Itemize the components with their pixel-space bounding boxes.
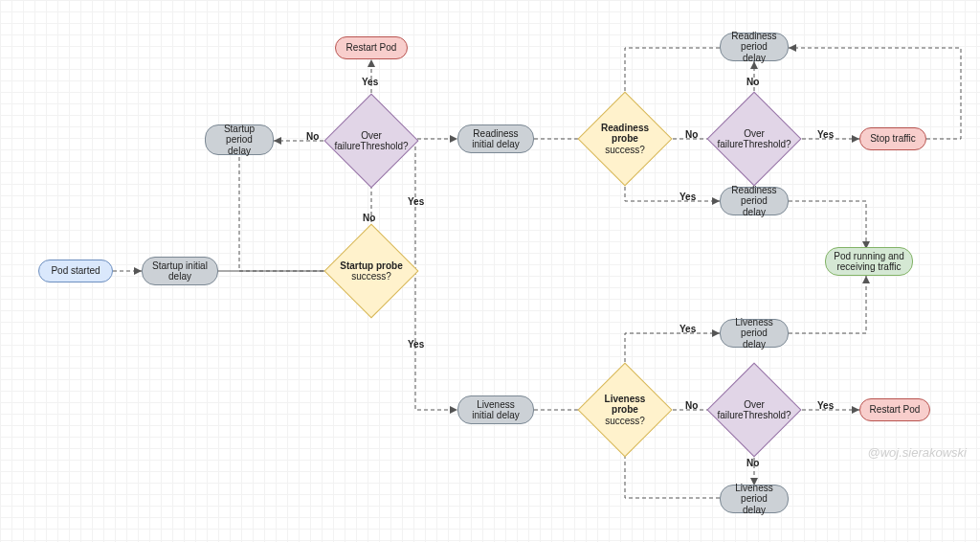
line2: delay — [168, 271, 191, 282]
line1: Over — [361, 130, 382, 142]
text: Restart Pod — [346, 42, 397, 54]
line1: Liveness — [477, 399, 514, 411]
line3: success? — [605, 145, 645, 156]
node-readiness-period-mid: Readiness period delay — [720, 187, 789, 215]
line1: Readiness — [731, 31, 776, 42]
node-startup-period-delay: Startup period delay — [205, 124, 274, 155]
line2: period delay — [728, 327, 780, 350]
line2: probe — [612, 404, 638, 416]
lbl-startup-probe-no: No — [363, 213, 375, 223]
line1: Pod running and — [834, 251, 903, 262]
line1: Liveness — [735, 483, 772, 494]
lbl-readiness-thresh-yes: Yes — [817, 129, 834, 140]
node-pod-started: Pod started — [38, 260, 113, 282]
lbl-readiness-probe-yes: Yes — [679, 192, 696, 202]
watermark: @woj.sierakowski — [868, 445, 968, 460]
line2: period delay — [728, 41, 780, 63]
line1: Startup probe — [340, 260, 403, 272]
line2: initial delay — [472, 139, 519, 150]
lbl-liveness-thresh-yes: Yes — [817, 400, 834, 411]
lbl-startup-probe-yes1: Yes — [408, 196, 424, 207]
line1: Liveness — [605, 394, 646, 405]
node-pod-running: Pod running and receiving traffic — [825, 247, 913, 276]
line1: Over — [744, 128, 765, 140]
node-liveness-period-mid: Liveness period delay — [720, 319, 789, 348]
line1: Startup initial — [152, 260, 208, 272]
line1: Startup — [224, 124, 255, 135]
line1: Readiness — [473, 128, 518, 140]
line2: initial delay — [472, 410, 519, 421]
line2: period delay — [728, 493, 780, 515]
node-readiness-initial-delay: Readiness initial delay — [457, 124, 534, 153]
lbl-startup-thresh-no: No — [306, 131, 319, 142]
lbl-liveness-probe-no: No — [685, 400, 698, 411]
text: Restart Pod — [870, 404, 921, 416]
lbl-readiness-probe-no: No — [685, 129, 698, 140]
line1: Readiness — [601, 123, 649, 134]
line2: receiving traffic — [836, 261, 901, 273]
line2: failureThreshold? — [717, 139, 791, 150]
node-readiness-period-top: Readiness period delay — [720, 33, 789, 61]
lbl-startup-thresh-yes: Yes — [362, 77, 378, 87]
node-liveness-period-bot: Liveness period delay — [720, 485, 789, 513]
line3: success? — [605, 416, 645, 427]
node-startup-initial-delay: Startup initial delay — [142, 257, 218, 285]
node-restart-pod-bot: Restart Pod — [859, 398, 930, 421]
node-restart-pod-top: Restart Pod — [335, 36, 408, 59]
line1: Liveness — [735, 317, 772, 328]
node-liveness-initial-delay: Liveness initial delay — [457, 395, 534, 424]
line1: Over — [744, 399, 765, 411]
line2: success? — [351, 271, 391, 282]
text: Stop traffic — [870, 133, 916, 145]
lbl-readiness-thresh-no: No — [746, 77, 759, 87]
line2: probe — [612, 133, 638, 145]
line2: period delay — [213, 134, 265, 156]
line2: failureThreshold? — [717, 410, 791, 421]
lbl-startup-probe-yes2: Yes — [408, 339, 424, 350]
text: Pod started — [51, 265, 100, 277]
line1: Readiness — [731, 185, 776, 196]
lbl-liveness-thresh-no: No — [746, 458, 759, 468]
line2: failureThreshold? — [334, 141, 408, 152]
lbl-liveness-probe-yes: Yes — [679, 324, 696, 334]
line2: period delay — [728, 195, 780, 217]
node-stop-traffic: Stop traffic — [859, 127, 926, 150]
